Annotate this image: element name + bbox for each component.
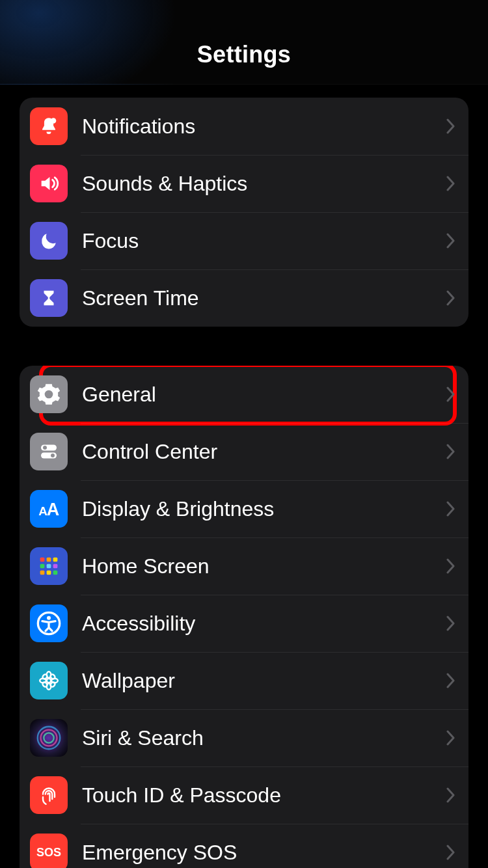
settings-group-2: General Control Center A A Display & Bri… bbox=[20, 366, 468, 868]
row-wallpaper[interactable]: Wallpaper bbox=[20, 652, 468, 709]
row-controlcenter[interactable]: Control Center bbox=[20, 423, 468, 480]
row-notifications[interactable]: Notifications bbox=[20, 98, 468, 155]
row-homescreen[interactable]: Home Screen bbox=[20, 537, 468, 595]
row-label: Siri & Search bbox=[82, 726, 446, 750]
row-display[interactable]: A A Display & Brightness bbox=[20, 480, 468, 537]
grid-icon bbox=[30, 547, 68, 585]
svg-rect-9 bbox=[53, 558, 58, 562]
svg-point-18 bbox=[47, 679, 51, 683]
row-label: Sounds & Haptics bbox=[82, 172, 446, 196]
hourglass-icon bbox=[30, 279, 68, 317]
svg-rect-15 bbox=[53, 571, 58, 575]
row-label: Screen Time bbox=[82, 286, 446, 310]
chevron-right-icon bbox=[446, 787, 455, 803]
chevron-right-icon bbox=[446, 501, 455, 517]
page-title: Settings bbox=[197, 41, 291, 68]
row-screentime[interactable]: Screen Time bbox=[20, 269, 468, 327]
svg-point-17 bbox=[47, 616, 51, 620]
row-sos[interactable]: SOS Emergency SOS bbox=[20, 824, 468, 868]
svg-rect-12 bbox=[53, 564, 58, 569]
row-label: Touch ID & Passcode bbox=[82, 783, 446, 807]
row-label: Wallpaper bbox=[82, 669, 446, 693]
chevron-right-icon bbox=[446, 233, 455, 249]
row-label: Home Screen bbox=[82, 554, 446, 578]
row-accessibility[interactable]: Accessibility bbox=[20, 595, 468, 652]
svg-point-0 bbox=[51, 118, 57, 124]
sos-icon: SOS bbox=[30, 834, 68, 868]
svg-text:SOS: SOS bbox=[36, 846, 61, 859]
chevron-right-icon bbox=[446, 444, 455, 459]
svg-rect-7 bbox=[40, 558, 45, 562]
chevron-right-icon bbox=[446, 387, 455, 402]
svg-point-4 bbox=[51, 454, 55, 457]
chevron-right-icon bbox=[446, 673, 455, 688]
bell-icon bbox=[30, 107, 68, 145]
accessibility-icon bbox=[30, 604, 68, 642]
row-siri[interactable]: Siri & Search bbox=[20, 709, 468, 766]
settings-group-1: Notifications Sounds & Haptics Focus bbox=[20, 98, 468, 327]
row-label: Emergency SOS bbox=[82, 841, 446, 865]
svg-text:A: A bbox=[47, 500, 59, 519]
row-touchid[interactable]: Touch ID & Passcode bbox=[20, 766, 468, 824]
chevron-right-icon bbox=[446, 290, 455, 306]
row-label: Display & Brightness bbox=[82, 497, 446, 521]
row-label: Notifications bbox=[82, 115, 446, 139]
flower-icon bbox=[30, 662, 68, 699]
row-label: Accessibility bbox=[82, 612, 446, 636]
header: Settings bbox=[0, 0, 488, 85]
row-sounds[interactable]: Sounds & Haptics bbox=[20, 155, 468, 212]
svg-rect-13 bbox=[40, 571, 45, 575]
siri-icon bbox=[30, 719, 68, 757]
svg-rect-10 bbox=[40, 564, 45, 569]
svg-point-29 bbox=[44, 733, 53, 742]
chevron-right-icon bbox=[446, 616, 455, 631]
fingerprint-icon bbox=[30, 776, 68, 814]
chevron-right-icon bbox=[446, 176, 455, 191]
row-focus[interactable]: Focus bbox=[20, 212, 468, 269]
text-size-icon: A A bbox=[30, 490, 68, 528]
chevron-right-icon bbox=[446, 730, 455, 746]
svg-rect-11 bbox=[47, 564, 51, 569]
moon-icon bbox=[30, 222, 68, 260]
svg-rect-8 bbox=[47, 558, 51, 562]
chevron-right-icon bbox=[446, 558, 455, 574]
row-label: General bbox=[82, 383, 446, 407]
row-label: Control Center bbox=[82, 440, 446, 464]
chevron-right-icon bbox=[446, 845, 455, 860]
gear-icon bbox=[30, 375, 68, 413]
toggles-icon bbox=[30, 433, 68, 470]
chevron-right-icon bbox=[446, 118, 455, 134]
svg-rect-14 bbox=[47, 571, 51, 575]
row-general[interactable]: General bbox=[20, 366, 468, 423]
svg-point-2 bbox=[43, 446, 47, 450]
speaker-icon bbox=[30, 165, 68, 202]
row-label: Focus bbox=[82, 229, 446, 253]
